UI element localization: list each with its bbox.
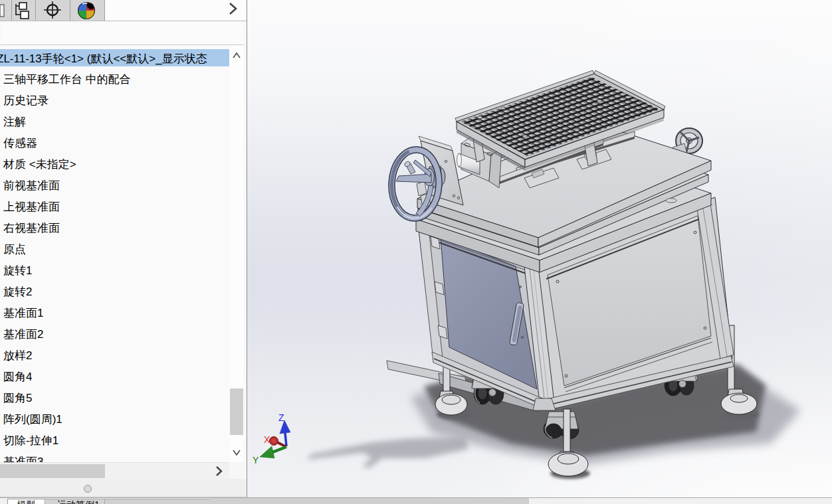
svg-text:Z: Z bbox=[278, 412, 284, 423]
svg-text:Y: Y bbox=[253, 455, 259, 465]
svg-text:X: X bbox=[264, 434, 270, 445]
